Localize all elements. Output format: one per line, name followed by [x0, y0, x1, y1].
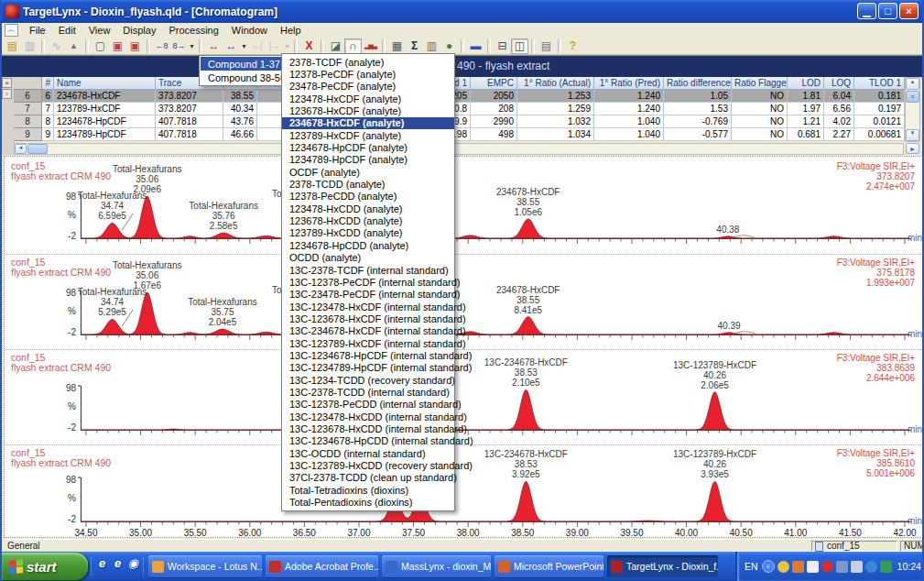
- compound-menu-item[interactable]: 13C-1234678-HpCDF (internal standard): [282, 349, 454, 361]
- compound-menu-item[interactable]: 234678-HxCDF (analyte): [282, 117, 454, 129]
- compound-menu-item[interactable]: 13C-OCDD (internal standard): [282, 447, 454, 459]
- compound-menu-item[interactable]: 123678-HxCDD (analyte): [282, 214, 454, 226]
- view-report-icon[interactable]: ▥: [423, 38, 440, 54]
- language-indicator[interactable]: EN: [745, 561, 758, 572]
- chromatogram-panel-1[interactable]: conf_15flyash extract CRM 490F3:Voltage …: [5, 159, 921, 254]
- compound-menu-item[interactable]: 123478-HxCDD (analyte): [282, 203, 454, 214]
- menu-window[interactable]: Window: [225, 24, 274, 37]
- column-header-flagged[interactable]: Ratio Flagged?: [732, 77, 788, 90]
- start-button[interactable]: start: [2, 553, 88, 580]
- view-summary-icon[interactable]: Σ: [406, 38, 423, 54]
- view-grid-icon[interactable]: ▦: [388, 38, 406, 54]
- minimize-button[interactable]: ▁: [857, 3, 876, 19]
- compound-menu-item[interactable]: 13C-123678-HxCDD (internal standard): [282, 422, 454, 434]
- shift-left-icon[interactable]: ↔: [205, 38, 223, 54]
- help-icon[interactable]: ?: [564, 38, 582, 54]
- quick-launch-app-icon[interactable]: ◉: [125, 556, 141, 575]
- notebook-icon[interactable]: ▬: [467, 38, 484, 54]
- compound-menu-item[interactable]: 13C-123678-HxCDF (internal standard): [282, 312, 454, 324]
- scroll-left-icon[interactable]: ◄: [15, 144, 27, 154]
- compound-menu-item[interactable]: 13C-2378-TCDD (internal standard): [282, 386, 454, 398]
- column-header-rowhdr[interactable]: [14, 77, 42, 90]
- compound-menu-item[interactable]: Total-Pentadioxins (dioxins): [282, 496, 454, 508]
- compound-menu-item[interactable]: 1234678-HpCDD (analyte): [282, 239, 454, 251]
- compound-menu-item[interactable]: 12378-PeCDF (analyte): [282, 68, 454, 80]
- tray-chevron-icon[interactable]: ‹: [762, 560, 775, 573]
- compound-menu-item[interactable]: 13C-12378-PeCDD (internal standard): [282, 399, 454, 411]
- view-bar-chart-icon[interactable]: ▂▅▃: [362, 38, 379, 54]
- tray-icon-3[interactable]: [807, 561, 819, 573]
- scroll-up-icon[interactable]: ▲: [906, 78, 919, 90]
- tray-icon-5[interactable]: [836, 561, 848, 573]
- column-header-ratio_actual[interactable]: 1° Ratio (Actual): [517, 77, 594, 90]
- display-monitor-red2-icon[interactable]: ▣: [126, 38, 144, 54]
- shift-dropdown-icon[interactable]: ▾: [240, 38, 248, 54]
- compound-menu-item[interactable]: 13C-1234-TCDD (recovery standard): [282, 374, 454, 386]
- compound-menu-item[interactable]: 13C-123789-HxCDF (internal standard): [282, 337, 454, 349]
- column-header-num[interactable]: #: [42, 77, 54, 90]
- row-header[interactable]: 6: [14, 90, 42, 103]
- column-header-ratio_diff[interactable]: Ratio difference: [664, 77, 732, 90]
- taskbar-button-5[interactable]: TargetLynx - Dioxin_f...: [607, 555, 718, 577]
- tray-icon-1[interactable]: [777, 561, 789, 573]
- web-globe-icon[interactable]: ●: [440, 38, 458, 54]
- compound-menu-item[interactable]: 1234678-HpCDF (analyte): [282, 141, 454, 153]
- close-button[interactable]: ×: [899, 3, 919, 19]
- quick-launch-ie-icon[interactable]: e: [94, 556, 110, 575]
- display-monitor-red-icon[interactable]: ▣: [109, 38, 126, 54]
- clear-annotations-icon[interactable]: X: [300, 38, 318, 54]
- compound-menu-item[interactable]: 13C-123789-HxCDD (recovery standard): [282, 459, 454, 471]
- menu-file[interactable]: File: [23, 24, 52, 37]
- row-header[interactable]: 9: [14, 128, 42, 141]
- compound-menu-item[interactable]: Total-Tetradioxins (dioxins): [282, 484, 454, 496]
- compound-dropdown-icon[interactable]: ▾: [188, 38, 196, 54]
- tray-icon-4[interactable]: [821, 561, 833, 573]
- compound-menu-item[interactable]: 23478-PeCDF (analyte): [282, 81, 454, 93]
- table-vscroll-thumb[interactable]: ≡: [906, 91, 919, 103]
- menu-display[interactable]: Display: [116, 24, 162, 37]
- compound-menu-item[interactable]: OCDD (analyte): [282, 252, 454, 264]
- curve-tool-icon[interactable]: ∿: [48, 38, 65, 54]
- taskbar-button-1[interactable]: Workspace - Lotus N...: [148, 555, 262, 577]
- compound-menu-item[interactable]: 13C-12378-PeCDF (internal standard): [282, 276, 454, 288]
- tray-icon-2[interactable]: [792, 561, 804, 573]
- compound-menu-item[interactable]: 123678-HxCDF (analyte): [282, 104, 454, 116]
- view-spectrum-icon[interactable]: ◪: [327, 38, 344, 54]
- row-header[interactable]: 7: [14, 103, 42, 115]
- taskbar-button-4[interactable]: Microsoft PowerPoint ...: [495, 555, 603, 577]
- scroll-right-corner-icon[interactable]: ►: [906, 143, 919, 154]
- column-header-empc[interactable]: EMPC: [471, 77, 517, 90]
- compound-menu-item[interactable]: 13C-123478-HxCDD (internal standard): [282, 411, 454, 422]
- compound-menu-item[interactable]: 13C-123478-HxCDF (internal standard): [282, 301, 454, 312]
- pin-pane-icon[interactable]: ▫: [2, 89, 12, 99]
- tray-icon-8[interactable]: [880, 561, 892, 573]
- compound-menu-item[interactable]: 123789-HxCDF (analyte): [282, 129, 454, 141]
- mdi-child-icon[interactable]: ︿: [5, 24, 18, 37]
- menu-view[interactable]: View: [82, 24, 117, 37]
- split-horizontal-icon[interactable]: ⊟: [494, 38, 511, 54]
- peak-detect-icon[interactable]: ▲: [65, 38, 82, 54]
- bracket-prev-icon[interactable]: ←{: [248, 38, 266, 54]
- split-vertical-icon[interactable]: ◫: [511, 38, 528, 54]
- prev-compound-icon[interactable]: ←8: [153, 38, 170, 54]
- column-header-loq[interactable]: LOQ: [824, 77, 854, 90]
- column-header-ratio_pred[interactable]: 1° Ratio (Pred): [594, 77, 664, 90]
- compound-menu-item[interactable]: 123478-HxCDF (analyte): [282, 93, 454, 104]
- menu-help[interactable]: Help: [274, 24, 308, 37]
- column-header-tlod[interactable]: TLOD 1: [854, 77, 905, 90]
- row-header[interactable]: 8: [14, 115, 42, 128]
- compound-menu-item[interactable]: 13C-234678-HxCDF (internal standard): [282, 325, 454, 337]
- taskbar-button-3[interactable]: MassLynx - dioxin_M...: [382, 555, 491, 577]
- compound-menu-item[interactable]: 13C-1234789-HpCDF (internal standard): [282, 362, 454, 374]
- column-header-name[interactable]: Name: [54, 77, 156, 90]
- print-icon[interactable]: ▤: [538, 38, 555, 54]
- compound-menu-item[interactable]: 2378-TCDD (analyte): [282, 178, 454, 190]
- chromatogram-panel-4[interactable]: conf_15flyash extract CRM 490F3:Voltage …: [5, 444, 921, 538]
- menu-edit[interactable]: Edit: [52, 24, 82, 37]
- next-compound-icon[interactable]: 8→: [170, 38, 188, 54]
- compound-menu-item[interactable]: 1234789-HpCDF (analyte): [282, 154, 454, 166]
- save-icon[interactable]: ▥: [21, 38, 38, 54]
- scroll-down-icon[interactable]: ▼: [906, 129, 919, 141]
- compound-menu-item[interactable]: OCDF (analyte): [282, 166, 454, 178]
- menu-processing[interactable]: Processing: [162, 24, 224, 37]
